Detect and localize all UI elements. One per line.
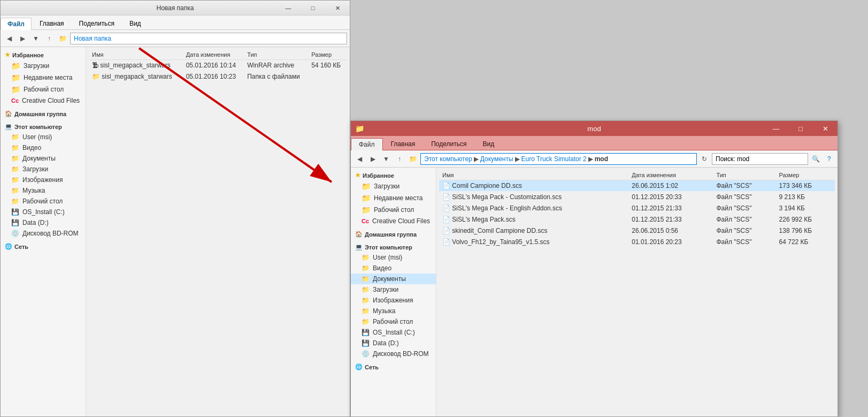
- win1-network-group: 🌐 Сеть: [1, 241, 86, 252]
- win1-col-name[interactable]: Имя: [89, 50, 183, 60]
- win2-col-type[interactable]: Тип: [713, 170, 775, 180]
- win2-search-icon[interactable]: 🔍: [810, 153, 821, 165]
- win2-sidebar-data[interactable]: 💾 Data (D:): [351, 338, 436, 348]
- win2-sidebar-os[interactable]: 💾 OS_Install (C:): [351, 327, 436, 338]
- win1-dropdown-button[interactable]: ▼: [30, 33, 42, 44]
- win1-sidebar-data[interactable]: 💾 Data (D:): [1, 217, 86, 228]
- win2-col-date[interactable]: Дата изменения: [628, 170, 713, 180]
- win1-maximize-button[interactable]: □: [301, 1, 325, 16]
- file-type: Файл "SCS": [713, 203, 775, 214]
- win1-network-label: Сеть: [14, 244, 28, 250]
- table-row[interactable]: 🗜 sisl_megapack_starwars 05.01.2016 10:1…: [89, 60, 347, 71]
- win2-forward-button[interactable]: ▶: [367, 153, 379, 165]
- table-row[interactable]: 📄 skinedit_Comil Campione DD.scs 26.06.2…: [439, 225, 835, 237]
- win1-sidebar-os[interactable]: 💾 OS_Install (C:): [1, 207, 86, 217]
- win1-desktop2-label: Рабочий стол: [22, 198, 63, 205]
- win2-tab-view[interactable]: Вид: [474, 138, 502, 150]
- win2-back-button[interactable]: ◀: [354, 153, 365, 165]
- file-name: 📄 SiSL's Mega Pack - Customization.scs: [439, 192, 628, 203]
- win1-up-button[interactable]: ↑: [43, 33, 55, 44]
- win1-os-label: OS_Install (C:): [22, 208, 65, 216]
- table-row[interactable]: 📁 sisl_megapack_starwars 05.01.2016 10:2…: [89, 71, 347, 82]
- folder-icon: 📁: [362, 264, 370, 272]
- win2-homegroup-header: 🏠 Домашняя группа: [351, 229, 436, 239]
- win1-sidebar-downloads[interactable]: 📁 Загрузки: [1, 60, 86, 72]
- win2-up-button[interactable]: ↑: [394, 153, 405, 165]
- win1-tab-file[interactable]: Файл: [1, 18, 32, 30]
- win1-path-part[interactable]: Новая папка: [74, 35, 111, 42]
- win2-sidebar-docs[interactable]: 📁 Документы: [351, 274, 436, 284]
- win2-sidebar-recent[interactable]: 📁 Недавние места: [351, 192, 436, 204]
- win2-path-docs[interactable]: Документы: [480, 155, 513, 163]
- win2-tab-share[interactable]: Поделиться: [423, 138, 474, 150]
- win2-sidebar-desktop2[interactable]: 📁 Рабочий стол: [351, 316, 436, 327]
- win2-sidebar-recent-label: Недавние места: [374, 194, 423, 202]
- file-name: 📄 skinedit_Comil Campione DD.scs: [439, 225, 628, 237]
- scs-file-icon: 📄: [442, 204, 450, 212]
- win2-sidebar-dvd[interactable]: 💿 Дисковод BD-ROM: [351, 348, 436, 359]
- file-size: 9 213 КБ: [776, 192, 835, 203]
- win2-dropdown-button[interactable]: ▼: [380, 153, 392, 165]
- win2-path-computer[interactable]: Этот компьютер: [424, 155, 472, 163]
- win1-col-size[interactable]: Размер: [308, 50, 347, 60]
- win2-sidebar-music[interactable]: 📁 Музыка: [351, 306, 436, 316]
- win2-sidebar-dl[interactable]: 📁 Загрузки: [351, 284, 436, 295]
- win1-file-table: Имя Дата изменения Тип Размер 🗜 sisl_meg…: [89, 50, 347, 82]
- win2-col-name[interactable]: Имя: [439, 170, 628, 180]
- win1-sidebar-docs[interactable]: 📁 Документы: [1, 153, 86, 164]
- win2-refresh-button[interactable]: ↻: [698, 153, 710, 165]
- win1-sidebar-recent-label: Недавние места: [24, 74, 72, 81]
- win2-title: mod: [587, 125, 601, 133]
- win2-path-mod[interactable]: mod: [595, 155, 608, 163]
- win1-sidebar-user[interactable]: 📁 User (msi): [1, 132, 86, 142]
- win2-sidebar-user[interactable]: 📁 User (msi): [351, 252, 436, 263]
- win1-col-date[interactable]: Дата изменения: [183, 50, 244, 60]
- win1-back-button[interactable]: ◀: [3, 33, 15, 44]
- win2-search-input[interactable]: [712, 153, 808, 165]
- win1-sidebar-images[interactable]: 📁 Изображения: [1, 175, 86, 185]
- win1-close-button[interactable]: ✕: [325, 1, 350, 16]
- win1-sidebar-dl[interactable]: 📁 Загрузки: [1, 164, 86, 175]
- win2-sidebar-downloads[interactable]: 📁 Загрузки: [351, 180, 436, 192]
- win1-minimize-button[interactable]: —: [276, 1, 301, 16]
- win2-help-icon[interactable]: ?: [823, 153, 835, 165]
- win1-tab-share[interactable]: Поделиться: [72, 17, 121, 29]
- win1-controls: — □ ✕: [276, 1, 350, 16]
- win2-sidebar-desktop[interactable]: 📁 Рабочий стол: [351, 204, 436, 216]
- win2-music-label: Музыка: [373, 307, 395, 315]
- win1-sidebar-music[interactable]: 📁 Музыка: [1, 185, 86, 196]
- win2-sidebar-cc[interactable]: Cc Creative Cloud Files: [351, 216, 436, 226]
- win2-network-label: Сеть: [365, 364, 379, 370]
- table-row[interactable]: 📄 Comil Campione DD.scs 26.06.2015 1:02 …: [439, 180, 835, 192]
- win2-maximize-button[interactable]: □: [788, 121, 813, 136]
- table-row[interactable]: 📄 Volvo_Fh12_by_Taina95_v1.5.scs 01.01.2…: [439, 237, 835, 248]
- win2-sidebar-video[interactable]: 📁 Видео: [351, 263, 436, 274]
- win1-homegroup-label: Домашняя группа: [14, 111, 66, 117]
- win2-sidebar-images[interactable]: 📁 Изображения: [351, 295, 436, 306]
- win1-col-type[interactable]: Тип: [244, 50, 308, 60]
- win2-minimize-button[interactable]: —: [764, 121, 788, 136]
- win1-sidebar-recent[interactable]: 📁 Недавние места: [1, 72, 86, 84]
- win1-forward-button[interactable]: ▶: [17, 33, 28, 44]
- win1-address-path[interactable]: Новая папка: [70, 33, 347, 44]
- win2-address-path[interactable]: Этот компьютер ▶ Документы ▶ Euro Truck …: [420, 153, 697, 165]
- win1-sidebar-cc[interactable]: Cc Creative Cloud Files: [1, 95, 86, 106]
- win1-sidebar-dvd[interactable]: 💿 Дисковод BD-ROM: [1, 228, 86, 239]
- win2-file-list: Имя Дата изменения Тип Размер 📄 Comil Ca…: [436, 168, 838, 416]
- table-row[interactable]: 📄 SiSL's Mega Pack.scs 01.12.2015 21:33 …: [439, 214, 835, 225]
- win2-close-button[interactable]: ✕: [813, 121, 838, 136]
- win1-sidebar-video[interactable]: 📁 Видео: [1, 142, 86, 153]
- table-row[interactable]: 📄 SiSL's Mega Pack - Customization.scs 0…: [439, 192, 835, 203]
- win1-sidebar-desktop[interactable]: 📁 Рабочий стол: [1, 84, 86, 95]
- win1-file-list: Имя Дата изменения Тип Размер 🗜 sisl_meg…: [86, 47, 350, 416]
- home-icon: 🏠: [355, 231, 363, 238]
- win1-ribbon: Файл Главная Поделиться Вид: [1, 16, 350, 30]
- win2-path-ets[interactable]: Euro Truck Simulator 2: [521, 155, 587, 163]
- table-row[interactable]: 📄 SiSL's Mega Pack - English Addon.scs 0…: [439, 203, 835, 214]
- win2-col-size[interactable]: Размер: [776, 170, 835, 180]
- win1-tab-view[interactable]: Вид: [122, 17, 148, 29]
- win1-sidebar-desktop2[interactable]: 📁 Рабочий стол: [1, 196, 86, 207]
- win2-tab-file[interactable]: Файл: [351, 138, 383, 150]
- win2-tab-home[interactable]: Главная: [383, 138, 424, 150]
- win1-tab-home[interactable]: Главная: [33, 17, 71, 29]
